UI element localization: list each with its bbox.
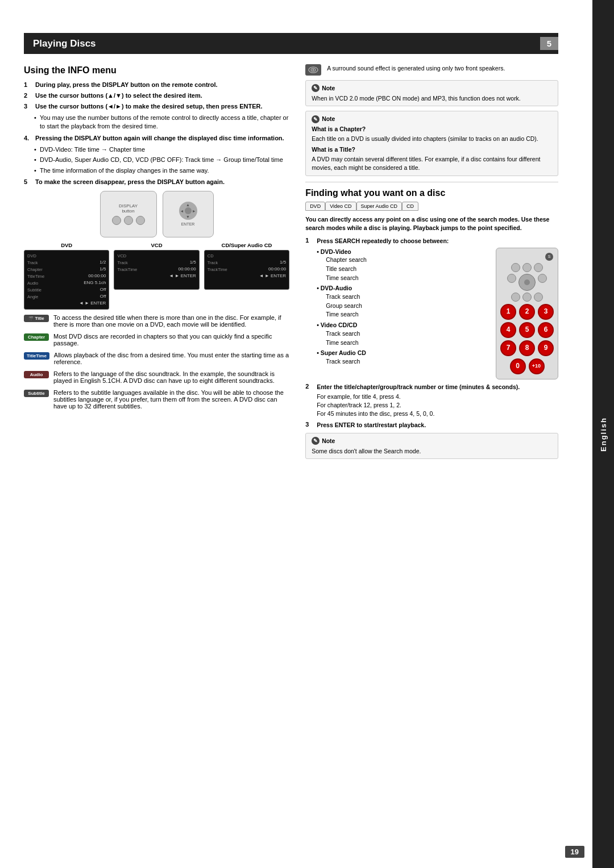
finding-title: Finding what you want on a disc [305, 188, 558, 198]
step-4-bullet-3: The time information of the display chan… [34, 166, 289, 175]
numpad-6[interactable]: 6 [538, 322, 554, 338]
page-container: English Playing Discs 5 Using the INFO m… [0, 0, 614, 868]
search-col-wrap: • DVD-Video Chapter search Title search … [317, 245, 558, 379]
note-icon-3: ✎ [312, 437, 320, 445]
note-box-3: ✎ Note Some discs don't allow the Search… [305, 433, 558, 459]
chapter-icon: Chapter [24, 333, 49, 341]
step-3: 3 Use the cursor buttons (◄/►) to make t… [24, 103, 289, 110]
step-5-text: To make the screen disappear, press the … [35, 178, 289, 185]
remote-dpad-center [185, 207, 192, 214]
disc-tab-sacd[interactable]: Super Audio CD [356, 202, 403, 211]
feature-chapter-text: Most DVD discs are recorded in chapters … [53, 333, 289, 347]
disc-tab-dvd[interactable]: DVD [305, 202, 325, 211]
what-is-chapter-text: Each title on a DVD is usually divided i… [312, 135, 552, 143]
remote-buttons-row [112, 216, 145, 225]
numpad-plus10[interactable]: +10 [529, 358, 545, 374]
step-3-text: Use the cursor buttons (◄/►) to make the… [35, 103, 289, 110]
page-title: Playing Discs [33, 38, 96, 49]
remote-area: DISPLAYbutton ▲ ▼ ◄ ► [24, 191, 289, 237]
finding-step-1-num: 1 [305, 237, 313, 379]
feature-subtitle: Subtitle Refers to the subtitle language… [24, 389, 289, 410]
step-3-bullets: You may use the number buttons of the re… [34, 114, 289, 131]
cd-screen-box: CD Track1/5 TrackTime00:00:00 ◄ ► ENTER [204, 250, 289, 290]
vcd-screen-box: VCD Track1/5 TrackTime00:00:00 ◄ ► ENTER [114, 250, 199, 290]
dvd-audio-time: Time search [326, 310, 490, 319]
finding-step-2-text: Enter the title/chapter/group/track numb… [317, 383, 558, 418]
disc-tabs: DVD Video CD Super Audio CD CD [305, 202, 558, 211]
feature-audio-text: Refers to the language of the disc sound… [53, 370, 289, 384]
dvd-screen-label: DVD [24, 242, 109, 248]
numpad-row-2: 4 5 6 [500, 322, 554, 338]
remote-btn-2 [124, 216, 133, 225]
dvd-video-title: Title search [326, 265, 490, 273]
audio-icon: Audio [24, 371, 49, 378]
finding-intro: You can directly access any point on a d… [305, 215, 558, 232]
remote-btn-3 [136, 216, 145, 225]
info-menu-title: Using the INFO menu [24, 65, 289, 76]
finding-step-3: 3 Press ENTER to start/restart playback. [305, 421, 558, 429]
feature-time-text: Allows playback of the disc from a desir… [54, 352, 289, 365]
what-is-chapter-label: What is a Chapter? [312, 125, 552, 133]
disc-tab-cd[interactable]: CD [402, 202, 418, 211]
columns-wrapper: Using the INFO menu 1 During play, press… [24, 64, 558, 464]
step-1: 1 During play, press the DISPLAY button … [24, 81, 289, 88]
note-title-1: ✎ Note [312, 84, 552, 93]
dvd-video-time: Time search [326, 274, 490, 282]
left-column: Using the INFO menu 1 During play, press… [24, 64, 289, 464]
step-2-text: Use the cursor buttons (▲/▼) to select t… [35, 92, 289, 99]
title-icon: 🎬 Title [24, 315, 49, 322]
step2-example-2: For chapter/track 12, press 1, 2. [317, 401, 558, 410]
step-4-num: 4. [24, 135, 32, 141]
remote-device-left: DISPLAYbutton [100, 191, 157, 237]
numpad-9[interactable]: 9 [538, 340, 554, 356]
remote-dpad: ▲ ▼ ◄ ► [179, 202, 197, 220]
dvd-screen-box: DVD Track1/2 Chapter1/5 TitleTime00:00:0… [24, 250, 109, 310]
finding-step-3-text: Press ENTER to start/restart playback. [317, 421, 558, 429]
note-text-1: When in VCD 2.0 mode (PBC ON mode) and M… [312, 95, 521, 102]
dvd-video-chapter: Chapter search [326, 256, 490, 264]
numpad-row-4: 0 +10 [510, 358, 545, 374]
cd-screen-label: CD/Super Audio CD [204, 242, 289, 248]
numpad-4[interactable]: 4 [500, 322, 516, 338]
what-is-title-text: A DVD may contain several different titl… [312, 155, 552, 172]
surround-text: A surround sound effect is generated usi… [327, 64, 505, 73]
step-2: 2 Use the cursor buttons (▲/▼) to select… [24, 92, 289, 99]
finding-step-3-num: 3 [305, 421, 313, 429]
disc-tab-videocd[interactable]: Video CD [325, 202, 356, 211]
numpad-0[interactable]: 0 [510, 358, 526, 374]
vcd-track: Track search [326, 329, 490, 338]
numpad-3[interactable]: 3 [538, 304, 554, 320]
right-column: A surround sound effect is generated usi… [305, 64, 558, 464]
main-content: Playing Discs 5 Using the INFO menu 1 Du… [0, 23, 592, 845]
numpad-5[interactable]: 5 [519, 322, 535, 338]
page-footer-number: 19 [565, 846, 584, 858]
surround-icon [305, 64, 321, 76]
feature-title-text: To access the desired title when there i… [53, 314, 289, 328]
search-modes: • DVD-Video Chapter search Title search … [317, 245, 490, 366]
note-title-2: ✎ Note [312, 115, 552, 123]
page-header: Playing Discs 5 [24, 33, 558, 54]
feature-chapter: Chapter Most DVD discs are recorded in c… [24, 333, 289, 347]
remote-device-right: ▲ ▼ ◄ ► ENTER [163, 191, 214, 237]
finding-step-2-num: 2 [305, 383, 313, 418]
surround-row: A surround sound effect is generated usi… [305, 64, 558, 76]
page-section-number: 5 [540, 37, 558, 50]
step-2-num: 2 [24, 92, 32, 99]
what-is-title-label: What is a Title? [312, 145, 552, 154]
step-5-num: 5 [24, 178, 32, 185]
step-3-bullet-1: You may use the number buttons of the re… [34, 114, 289, 131]
step-1-text: During play, press the DISPLAY button on… [35, 81, 289, 88]
step-4: 4. Pressing the DISPLAY button again wil… [24, 135, 289, 141]
note-box-1: ✎ Note When in VCD 2.0 mode (PBC ON mode… [305, 80, 558, 106]
numpad-1[interactable]: 1 [500, 304, 516, 320]
dvd-audio-track: Track search [326, 293, 490, 301]
subtitle-icon: Subtitle [24, 390, 49, 397]
numpad-2[interactable]: 2 [519, 304, 535, 320]
remote-btn-1 [112, 216, 121, 225]
finding-step-1: 1 Press SEARCH repeatedly to choose betw… [305, 237, 558, 379]
divider [305, 182, 558, 182]
numpad-7[interactable]: 7 [500, 340, 516, 356]
remote-numpad: S [496, 245, 558, 379]
feature-subtitle-text: Refers to the subtitle languages availab… [53, 389, 289, 410]
numpad-8[interactable]: 8 [519, 340, 535, 356]
